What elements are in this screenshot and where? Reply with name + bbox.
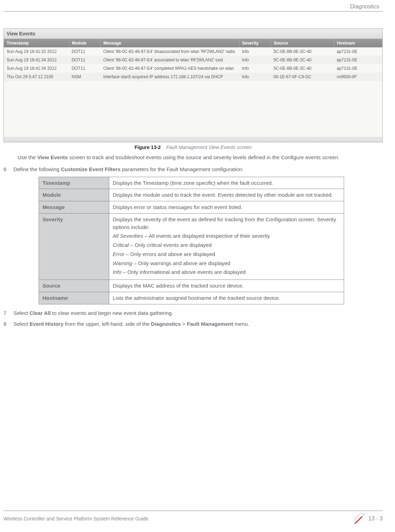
- col-hostname[interactable]: Hostnam: [334, 39, 382, 47]
- table-header-row: Timestamp Module Message Severity Source…: [4, 39, 382, 47]
- screenshot-statusbar: [4, 137, 382, 142]
- intro-paragraph: Use the View Events screen to track and …: [18, 154, 383, 161]
- col-message[interactable]: Message: [100, 39, 239, 47]
- table-row[interactable]: Sun Aug 19 16:41:34 2012 DOT11 Client '9…: [4, 64, 382, 73]
- header-separator: [4, 11, 383, 12]
- table-row[interactable]: Thu Oct 29 5:47:12 2105 NSM Interface vl…: [4, 73, 382, 81]
- figure-caption: Figure 13-2 Fault Management View Events…: [4, 144, 383, 150]
- step-8: 8 Select Event History from the upper, l…: [4, 320, 383, 328]
- param-timestamp-label: Timestamp: [39, 177, 109, 189]
- param-hostname-label: Hostname: [39, 292, 109, 304]
- page-arrow-icon: [354, 513, 366, 524]
- col-source[interactable]: Source: [271, 39, 334, 47]
- param-severity-label: Severity: [39, 213, 109, 280]
- figure-label: Figure 13-2: [134, 144, 161, 150]
- step-7: 7 Select Clear All to clear events and b…: [4, 309, 383, 317]
- param-module-label: Module: [39, 189, 109, 201]
- diagnostics-label: Diagnostics: [151, 321, 181, 327]
- page-header-title: Diagnostics: [4, 4, 383, 10]
- param-source-label: Source: [39, 280, 109, 292]
- page-footer: Wireless Controller and Service Platform…: [4, 511, 383, 524]
- figure-title: Fault Management View Events screen: [166, 144, 251, 150]
- screenshot-view-events: View Events Timestamp Module Message Sev…: [4, 28, 383, 142]
- events-table: Timestamp Module Message Severity Source…: [4, 39, 382, 81]
- parameter-table: Timestamp Displays the Timestamp (time z…: [39, 177, 344, 304]
- screenshot-window-title: View Events: [4, 29, 382, 39]
- clear-all-label: Clear All: [29, 310, 51, 316]
- param-message-label: Message: [39, 201, 109, 214]
- table-row[interactable]: Sun Aug 19 16:41:32 2012 DOT11 Client '9…: [4, 47, 382, 56]
- param-hostname-desc: Lists the administrator assigned hostnam…: [109, 292, 344, 304]
- param-source-desc: Displays the MAC address of the tracked …: [109, 280, 344, 292]
- col-timestamp[interactable]: Timestamp: [4, 39, 69, 47]
- event-history-label: Event History: [29, 321, 64, 327]
- step-6: 6 Define the following Customize Event F…: [4, 166, 383, 173]
- param-module-desc: Displays the module used to track the ev…: [109, 189, 344, 201]
- col-severity[interactable]: Severity: [239, 39, 271, 47]
- footer-page-number: 13 - 3: [354, 513, 383, 524]
- param-message-desc: Displays error or status messages for ea…: [109, 201, 344, 214]
- footer-guide-title: Wireless Controller and Service Platform…: [4, 516, 148, 521]
- customize-event-filters-label: Customize Event Filters: [61, 166, 120, 172]
- table-row[interactable]: Sun Aug 19 16:41:34 2012 DOT11 Client '9…: [4, 56, 382, 64]
- col-module[interactable]: Module: [69, 39, 100, 47]
- fault-management-label: Fault Management: [187, 321, 233, 327]
- view-events-label: View Events: [37, 154, 68, 160]
- param-severity-desc: Displays the severity of the event as de…: [109, 213, 344, 280]
- param-timestamp-desc: Displays the Timestamp (time zone specif…: [109, 177, 344, 189]
